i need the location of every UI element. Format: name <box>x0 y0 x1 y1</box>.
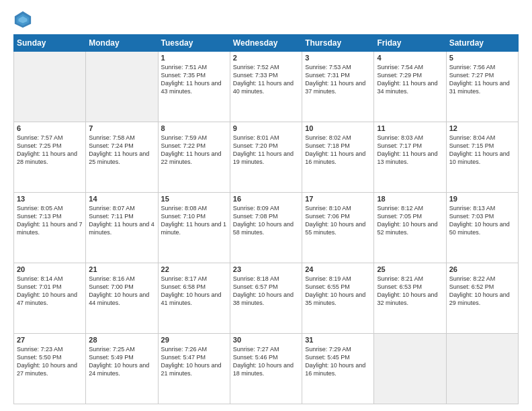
logo <box>13 10 35 29</box>
weekday-header-sunday: Sunday <box>14 35 86 52</box>
calendar-cell: 27Sunrise: 7:23 AM Sunset: 5:50 PM Dayli… <box>14 334 86 404</box>
header <box>13 10 519 29</box>
cell-info: Sunrise: 7:54 AM Sunset: 7:29 PM Dayligh… <box>377 63 443 96</box>
cell-info: Sunrise: 7:58 AM Sunset: 7:24 PM Dayligh… <box>89 134 154 167</box>
calendar-cell <box>14 52 86 122</box>
calendar-cell: 19Sunrise: 8:13 AM Sunset: 7:03 PM Dayli… <box>446 193 518 263</box>
day-number: 8 <box>161 124 227 132</box>
day-number: 27 <box>17 336 83 344</box>
cell-info: Sunrise: 7:56 AM Sunset: 7:27 PM Dayligh… <box>449 63 515 96</box>
cell-info: Sunrise: 8:08 AM Sunset: 7:10 PM Dayligh… <box>161 204 227 237</box>
cell-info: Sunrise: 8:02 AM Sunset: 7:18 PM Dayligh… <box>305 134 371 167</box>
day-number: 14 <box>89 195 154 203</box>
cell-info: Sunrise: 8:17 AM Sunset: 6:58 PM Dayligh… <box>161 275 227 308</box>
cell-info: Sunrise: 7:23 AM Sunset: 5:50 PM Dayligh… <box>17 345 83 378</box>
day-number: 11 <box>377 124 443 132</box>
cell-info: Sunrise: 8:10 AM Sunset: 7:06 PM Dayligh… <box>305 204 371 237</box>
calendar-week-4: 27Sunrise: 7:23 AM Sunset: 5:50 PM Dayli… <box>14 334 519 404</box>
cell-info: Sunrise: 8:16 AM Sunset: 7:00 PM Dayligh… <box>89 275 154 308</box>
calendar-cell: 24Sunrise: 8:19 AM Sunset: 6:55 PM Dayli… <box>302 263 374 334</box>
cell-info: Sunrise: 7:59 AM Sunset: 7:22 PM Dayligh… <box>161 134 227 167</box>
cell-info: Sunrise: 7:29 AM Sunset: 5:45 PM Dayligh… <box>305 345 371 378</box>
weekday-header-wednesday: Wednesday <box>230 35 302 52</box>
cell-info: Sunrise: 7:25 AM Sunset: 5:49 PM Dayligh… <box>89 345 154 378</box>
day-number: 26 <box>449 265 515 273</box>
day-number: 16 <box>233 195 299 203</box>
day-number: 17 <box>305 195 371 203</box>
calendar-cell: 18Sunrise: 8:12 AM Sunset: 7:05 PM Dayli… <box>374 193 446 263</box>
cell-info: Sunrise: 8:13 AM Sunset: 7:03 PM Dayligh… <box>449 204 515 237</box>
cell-info: Sunrise: 8:21 AM Sunset: 6:53 PM Dayligh… <box>377 275 443 308</box>
calendar-cell: 21Sunrise: 8:16 AM Sunset: 7:00 PM Dayli… <box>86 263 158 334</box>
calendar-cell: 14Sunrise: 8:07 AM Sunset: 7:11 PM Dayli… <box>86 193 158 263</box>
day-number: 2 <box>233 54 299 62</box>
cell-info: Sunrise: 8:04 AM Sunset: 7:15 PM Dayligh… <box>449 134 515 167</box>
cell-info: Sunrise: 7:57 AM Sunset: 7:25 PM Dayligh… <box>17 134 83 167</box>
calendar-cell: 28Sunrise: 7:25 AM Sunset: 5:49 PM Dayli… <box>86 334 158 404</box>
calendar-cell: 2Sunrise: 7:52 AM Sunset: 7:33 PM Daylig… <box>230 52 302 122</box>
calendar-cell: 17Sunrise: 8:10 AM Sunset: 7:06 PM Dayli… <box>302 193 374 263</box>
day-number: 6 <box>17 124 83 132</box>
cell-info: Sunrise: 8:01 AM Sunset: 7:20 PM Dayligh… <box>233 134 299 167</box>
cell-info: Sunrise: 7:51 AM Sunset: 7:35 PM Dayligh… <box>161 63 227 96</box>
calendar-cell: 16Sunrise: 8:09 AM Sunset: 7:08 PM Dayli… <box>230 193 302 263</box>
weekday-header-row: SundayMondayTuesdayWednesdayThursdayFrid… <box>14 35 519 52</box>
day-number: 9 <box>233 124 299 132</box>
calendar-cell: 4Sunrise: 7:54 AM Sunset: 7:29 PM Daylig… <box>374 52 446 122</box>
day-number: 21 <box>89 265 154 273</box>
calendar-cell: 25Sunrise: 8:21 AM Sunset: 6:53 PM Dayli… <box>374 263 446 334</box>
weekday-header-friday: Friday <box>374 35 446 52</box>
weekday-header-thursday: Thursday <box>302 35 374 52</box>
day-number: 29 <box>161 336 227 344</box>
calendar-cell: 31Sunrise: 7:29 AM Sunset: 5:45 PM Dayli… <box>302 334 374 404</box>
cell-info: Sunrise: 8:22 AM Sunset: 6:52 PM Dayligh… <box>449 275 515 308</box>
calendar-cell: 6Sunrise: 7:57 AM Sunset: 7:25 PM Daylig… <box>14 122 86 193</box>
day-number: 1 <box>161 54 227 62</box>
day-number: 22 <box>161 265 227 273</box>
calendar-cell: 29Sunrise: 7:26 AM Sunset: 5:47 PM Dayli… <box>158 334 230 404</box>
cell-info: Sunrise: 8:09 AM Sunset: 7:08 PM Dayligh… <box>233 204 299 237</box>
day-number: 28 <box>89 336 154 344</box>
weekday-header-saturday: Saturday <box>446 35 518 52</box>
cell-info: Sunrise: 8:05 AM Sunset: 7:13 PM Dayligh… <box>17 204 83 237</box>
calendar-cell: 7Sunrise: 7:58 AM Sunset: 7:24 PM Daylig… <box>86 122 158 193</box>
page: SundayMondayTuesdayWednesdayThursdayFrid… <box>0 0 532 411</box>
calendar-cell: 30Sunrise: 7:27 AM Sunset: 5:46 PM Dayli… <box>230 334 302 404</box>
calendar-week-0: 1Sunrise: 7:51 AM Sunset: 7:35 PM Daylig… <box>14 52 519 122</box>
weekday-header-monday: Monday <box>86 35 158 52</box>
calendar-cell: 1Sunrise: 7:51 AM Sunset: 7:35 PM Daylig… <box>158 52 230 122</box>
calendar-cell: 20Sunrise: 8:14 AM Sunset: 7:01 PM Dayli… <box>14 263 86 334</box>
calendar-cell: 23Sunrise: 8:18 AM Sunset: 6:57 PM Dayli… <box>230 263 302 334</box>
calendar-cell: 9Sunrise: 8:01 AM Sunset: 7:20 PM Daylig… <box>230 122 302 193</box>
calendar-week-1: 6Sunrise: 7:57 AM Sunset: 7:25 PM Daylig… <box>14 122 519 193</box>
calendar-cell: 13Sunrise: 8:05 AM Sunset: 7:13 PM Dayli… <box>14 193 86 263</box>
cell-info: Sunrise: 7:27 AM Sunset: 5:46 PM Dayligh… <box>233 345 299 378</box>
day-number: 25 <box>377 265 443 273</box>
day-number: 15 <box>161 195 227 203</box>
day-number: 18 <box>377 195 443 203</box>
cell-info: Sunrise: 8:19 AM Sunset: 6:55 PM Dayligh… <box>305 275 371 308</box>
logo-icon <box>13 10 32 29</box>
cell-info: Sunrise: 8:03 AM Sunset: 7:17 PM Dayligh… <box>377 134 443 167</box>
calendar-cell: 22Sunrise: 8:17 AM Sunset: 6:58 PM Dayli… <box>158 263 230 334</box>
day-number: 31 <box>305 336 371 344</box>
calendar-cell <box>446 334 518 404</box>
calendar-cell: 3Sunrise: 7:53 AM Sunset: 7:31 PM Daylig… <box>302 52 374 122</box>
day-number: 20 <box>17 265 83 273</box>
day-number: 24 <box>305 265 371 273</box>
calendar-cell: 26Sunrise: 8:22 AM Sunset: 6:52 PM Dayli… <box>446 263 518 334</box>
calendar-cell: 10Sunrise: 8:02 AM Sunset: 7:18 PM Dayli… <box>302 122 374 193</box>
weekday-header-tuesday: Tuesday <box>158 35 230 52</box>
day-number: 4 <box>377 54 443 62</box>
cell-info: Sunrise: 8:14 AM Sunset: 7:01 PM Dayligh… <box>17 275 83 308</box>
calendar-cell: 12Sunrise: 8:04 AM Sunset: 7:15 PM Dayli… <box>446 122 518 193</box>
day-number: 19 <box>449 195 515 203</box>
day-number: 10 <box>305 124 371 132</box>
calendar-week-3: 20Sunrise: 8:14 AM Sunset: 7:01 PM Dayli… <box>14 263 519 334</box>
day-number: 13 <box>17 195 83 203</box>
cell-info: Sunrise: 7:52 AM Sunset: 7:33 PM Dayligh… <box>233 63 299 96</box>
cell-info: Sunrise: 8:18 AM Sunset: 6:57 PM Dayligh… <box>233 275 299 308</box>
calendar-cell <box>86 52 158 122</box>
day-number: 3 <box>305 54 371 62</box>
day-number: 7 <box>89 124 154 132</box>
